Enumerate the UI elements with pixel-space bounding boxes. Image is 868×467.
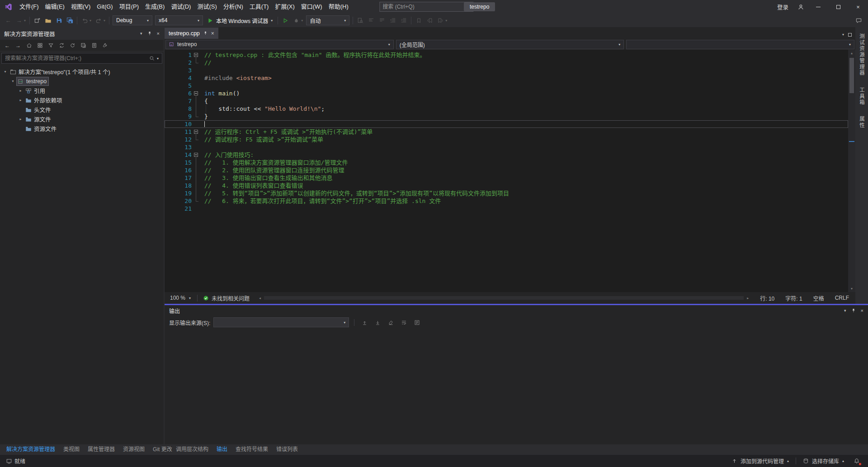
search-input[interactable] xyxy=(382,4,462,10)
menu-item[interactable]: 生成(B) xyxy=(142,0,168,14)
scroll-left-icon[interactable]: ◂ xyxy=(257,296,263,300)
sign-in-button[interactable]: 登录 xyxy=(773,3,793,11)
output-content[interactable] xyxy=(165,329,868,444)
scope-dropdown[interactable]: (全局范围) ▾ xyxy=(396,40,624,49)
window-position-icon[interactable]: ▾ xyxy=(140,31,142,36)
code-health-indicator[interactable]: 未找到相关问题 xyxy=(199,294,253,302)
background-tasks-icon[interactable] xyxy=(4,458,14,464)
collapse-region-icon[interactable] xyxy=(194,91,198,95)
dock-tab[interactable]: 错误列表 xyxy=(272,444,302,454)
goto-previous-message-icon[interactable] xyxy=(359,317,369,327)
chevron-expanded-icon[interactable]: ▾ xyxy=(9,79,16,83)
code-line[interactable]: 18// 4. 使用错误列表窗口查看错误 xyxy=(165,182,848,189)
collapse-all-icon[interactable] xyxy=(78,41,88,51)
menu-item[interactable]: 调试(D) xyxy=(168,0,194,14)
code-line[interactable]: 12// 调试程序: F5 或调试 >“开始调试”菜单 xyxy=(165,136,848,143)
dock-tab[interactable]: 查找符号结果 xyxy=(231,444,272,454)
collapse-region-icon[interactable] xyxy=(194,53,198,57)
collapse-region-icon[interactable] xyxy=(194,153,198,157)
line-comment-icon[interactable] xyxy=(366,14,377,26)
quick-search-box[interactable] xyxy=(379,2,473,12)
chevron-collapsed-icon[interactable]: ▸ xyxy=(17,89,24,93)
code-line[interactable]: 7{ xyxy=(165,97,848,105)
dock-tab[interactable]: 资源视图 xyxy=(119,444,149,454)
eol-indicator[interactable]: CRLF xyxy=(830,295,854,301)
close-button[interactable]: × xyxy=(848,0,868,14)
menu-item[interactable]: 视图(V) xyxy=(68,0,94,14)
output-source-dropdown[interactable]: ▾ xyxy=(213,317,349,327)
dock-tab[interactable]: 解决方案资源管理器 xyxy=(2,444,59,454)
auto-hide-tab[interactable]: 工具箱 xyxy=(858,87,865,106)
line-indicator[interactable]: 行: 10 xyxy=(755,294,780,302)
code-line[interactable]: 10 xyxy=(165,120,848,128)
configuration-dropdown[interactable]: Debug ▾ xyxy=(113,15,152,25)
menu-item[interactable]: 工具(T) xyxy=(246,0,272,14)
fold-toggle-icon[interactable] xyxy=(192,90,201,97)
save-icon[interactable] xyxy=(53,14,64,26)
menu-item[interactable]: 帮助(H) xyxy=(326,0,352,14)
save-all-icon[interactable] xyxy=(64,14,75,26)
increase-indent-icon[interactable] xyxy=(398,14,409,26)
pin-icon[interactable] xyxy=(147,31,152,36)
fold-toggle-icon[interactable] xyxy=(192,128,201,136)
line-uncomment-icon[interactable] xyxy=(377,14,387,26)
refresh-icon[interactable] xyxy=(67,41,77,51)
user-profile-icon[interactable] xyxy=(793,0,808,14)
code-line[interactable]: 21 xyxy=(165,205,848,212)
pending-changes-filter-icon[interactable] xyxy=(46,41,56,51)
float-tab-icon[interactable] xyxy=(848,33,852,37)
code-line[interactable]: 14// 入门使用技巧: xyxy=(165,151,848,159)
zoom-control[interactable]: 100 % ▾ xyxy=(165,295,195,301)
menu-item[interactable]: 项目(P) xyxy=(116,0,142,14)
menu-item[interactable]: 编辑(E) xyxy=(42,0,68,14)
chevron-expanded-icon[interactable]: ▾ xyxy=(2,70,9,74)
dock-tab[interactable]: 输出 xyxy=(212,444,231,454)
fold-toggle-icon[interactable] xyxy=(192,151,201,159)
editor-vertical-scrollbar[interactable]: ▴ ▾ xyxy=(848,50,855,292)
maximize-button[interactable] xyxy=(828,0,848,14)
scroll-up-icon[interactable]: ▴ xyxy=(848,50,855,57)
menu-item[interactable]: 分析(N) xyxy=(220,0,246,14)
pin-icon[interactable] xyxy=(203,31,208,36)
forward-icon[interactable]: → xyxy=(13,41,23,51)
column-indicator[interactable]: 字符: 1 xyxy=(780,294,807,302)
menu-item[interactable]: 文件(F) xyxy=(16,0,42,14)
code-line[interactable]: 17// 3. 使用输出窗口查看生成输出和其他消息 xyxy=(165,174,848,182)
scrollbar-thumb[interactable] xyxy=(849,58,854,93)
close-icon[interactable]: × xyxy=(861,308,863,313)
find-in-files-icon[interactable] xyxy=(355,14,366,26)
scroll-down-icon[interactable]: ▾ xyxy=(848,285,855,292)
code-line[interactable]: 19// 5. 转到“项目”>“添加新项”以创建新的代码文件，或转到“项目”>“… xyxy=(165,189,848,197)
redo-history-icon[interactable]: ▾ xyxy=(102,14,107,26)
solution-search-box[interactable]: ▾ xyxy=(1,53,162,64)
chevron-collapsed-icon[interactable]: ▸ xyxy=(17,117,24,121)
code-line[interactable]: 4#include <iostream> xyxy=(165,74,848,82)
code-line[interactable]: 15// 1. 使用解决方案资源管理器窗口添加/管理文件 xyxy=(165,159,848,166)
code-line[interactable]: 11// 运行程序: Ctrl + F5 或调试 >“开始执行(不调试)”菜单 xyxy=(165,128,848,136)
auto-hide-tab[interactable]: 属性 xyxy=(858,116,865,128)
code-line[interactable]: 16// 2. 使用团队资源管理器窗口连接到源代码管理 xyxy=(165,166,848,174)
collapse-region-icon[interactable] xyxy=(194,130,198,134)
menu-item[interactable]: 扩展(X) xyxy=(272,0,297,14)
home-icon[interactable] xyxy=(24,41,34,51)
menu-item[interactable]: 测试(S) xyxy=(194,0,220,14)
minimize-button[interactable] xyxy=(808,0,828,14)
tab-list-icon[interactable]: ▾ xyxy=(842,33,844,37)
editor-horizontal-scrollbar[interactable]: ◂ ▸ xyxy=(257,296,751,300)
pin-icon[interactable] xyxy=(851,308,856,313)
toggle-word-wrap-icon[interactable] xyxy=(399,317,409,327)
toggle-bookmark-icon[interactable] xyxy=(413,14,424,26)
code-line[interactable]: 5 xyxy=(165,82,848,90)
chevron-collapsed-icon[interactable]: ▸ xyxy=(17,98,24,102)
previous-bookmark-icon[interactable] xyxy=(424,14,435,26)
tree-item[interactable]: ▸引用 xyxy=(0,86,164,95)
goto-next-message-icon[interactable] xyxy=(373,317,382,327)
select-repository-button[interactable]: 选择存储库 ▴ xyxy=(798,455,849,467)
show-all-files-icon[interactable] xyxy=(89,41,99,51)
attach-mode-dropdown[interactable]: 自动 ▾ xyxy=(306,15,349,25)
tree-item[interactable]: 资源文件 xyxy=(0,124,164,133)
back-icon[interactable]: ← xyxy=(2,41,12,51)
close-tab-icon[interactable]: × xyxy=(211,30,214,37)
close-icon[interactable]: × xyxy=(157,31,160,36)
scroll-right-icon[interactable]: ▸ xyxy=(745,296,751,300)
